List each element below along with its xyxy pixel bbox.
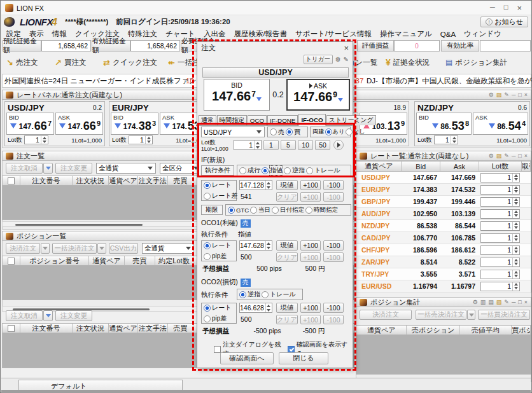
lot-spinner[interactable]: 1: [480, 258, 520, 267]
pair-select[interactable]: USD/JPY: [201, 127, 265, 137]
tab-streaming[interactable]: ストリーミング: [326, 115, 376, 125]
design-icon[interactable]: ▨: [496, 153, 502, 159]
lot-spinner[interactable]: 1: [480, 185, 520, 195]
today-radio[interactable]: [250, 207, 257, 214]
maximize-icon[interactable]: □: [518, 299, 521, 305]
lot-spinner[interactable]: 1: [480, 197, 520, 207]
menu-item-qa[interactable]: Q&A: [440, 31, 456, 38]
close-icon[interactable]: ×: [344, 43, 349, 53]
design-icon[interactable]: ▨: [496, 299, 502, 305]
order-modify-button[interactable]: 注文変更: [55, 163, 92, 174]
rate-row[interactable]: AUD/JPY102.950103.1391: [356, 208, 531, 220]
summary-batch-buy-button[interactable]: 一括買決済注文: [478, 310, 530, 320]
bid-button[interactable]: BID 86.538: [416, 113, 472, 135]
pin-icon[interactable]: ✎: [344, 56, 349, 63]
tab-oco[interactable]: OCO: [248, 115, 267, 125]
order-cancel-dropdown[interactable]: [43, 310, 53, 321]
positions-filter-select[interactable]: 全通貨: [142, 243, 194, 254]
rate-row[interactable]: EUR/USD1.167941.167971: [356, 280, 531, 293]
close-icon[interactable]: ×: [524, 299, 528, 305]
plus100-button[interactable]: +100: [300, 303, 321, 313]
clear-button[interactable]: クリア: [276, 252, 298, 262]
plus100-button-disabled[interactable]: +100: [300, 192, 321, 202]
minimize-icon[interactable]: ─: [512, 299, 515, 305]
lot-spinner[interactable]: 1: [480, 233, 520, 243]
lot-more-button[interactable]: [333, 140, 344, 150]
select-all-checkbox[interactable]: [8, 325, 15, 332]
filter-type-select[interactable]: 全区分: [160, 163, 202, 174]
quick-order-button[interactable]: ⇄ クイック注文: [100, 55, 160, 69]
gear-icon[interactable]: ⚙: [489, 153, 494, 159]
filter-pair-select[interactable]: 全通貨: [96, 163, 156, 174]
batch-close-dropdown[interactable]: [97, 243, 106, 254]
maximize-icon[interactable]: □: [504, 3, 508, 13]
trail-radio[interactable]: [262, 291, 269, 298]
lot-spinner[interactable]: 1: [480, 221, 520, 231]
minimize-icon[interactable]: ─: [490, 3, 495, 13]
batch-close-button[interactable]: 一括決済注文: [52, 243, 97, 254]
date-radio[interactable]: [272, 207, 279, 214]
menu-item-special-order[interactable]: 特殊注文: [128, 29, 157, 39]
bid-button[interactable]: BID 147.667: [6, 113, 54, 135]
keep-dialog-checkbox[interactable]: [214, 346, 221, 353]
plus100-button[interactable]: +100: [300, 180, 321, 190]
show-confirm-checkbox[interactable]: [288, 346, 295, 353]
pencil-icon[interactable]: ✎: [504, 153, 509, 159]
tab-time[interactable]: 時間指定: [217, 115, 247, 125]
lot-spinner[interactable]: 1: [480, 282, 520, 291]
current-rate-button[interactable]: 現値: [276, 180, 298, 190]
lot-spinner[interactable]: 1: [480, 173, 520, 183]
lot-spinner[interactable]: 1: [129, 135, 153, 144]
select-all-checkbox[interactable]: [8, 177, 15, 184]
rate-radio[interactable]: [204, 242, 211, 249]
rate-row[interactable]: USD/JPY147.667147.6691: [356, 172, 531, 184]
rate-radio[interactable]: [204, 182, 211, 189]
current-rate-button[interactable]: 現値: [276, 240, 298, 251]
dialog-ask-button[interactable]: ASK 147.669: [286, 79, 350, 111]
docs-icon[interactable]: ▥: [480, 299, 486, 305]
pencil-icon[interactable]: ✎: [504, 92, 509, 98]
bid-button[interactable]: BID 174.383: [111, 113, 158, 135]
minus100-button[interactable]: -100: [323, 303, 344, 313]
order-cancel-button[interactable]: 注文取消: [6, 163, 43, 174]
ask-button[interactable]: ASK 86.544: [473, 113, 528, 135]
lot-spinner[interactable]: 1: [480, 209, 520, 219]
position-summary-button[interactable]: ▤ ポジション集計: [442, 55, 510, 69]
tab-ifdone[interactable]: IF-DONE: [267, 115, 298, 125]
current-rate-button[interactable]: 現値: [276, 303, 298, 313]
rate-row[interactable]: CHF/JPY186.596186.6121: [356, 244, 531, 256]
order-cancel-button[interactable]: 注文取消: [6, 310, 43, 321]
minus100-button-disabled[interactable]: -100: [323, 315, 344, 324]
buy-radio[interactable]: [286, 128, 293, 135]
buy-order-button[interactable]: ↗ 買注文: [52, 55, 89, 69]
menu-item-window[interactable]: ウィンドウ: [464, 29, 501, 39]
rate-row[interactable]: ZAR/JPY8.5148.5221: [356, 256, 531, 268]
menu-item-history[interactable]: 履歴検索/報告書: [234, 29, 287, 39]
clear-button[interactable]: クリア: [276, 192, 298, 202]
rate-row[interactable]: GBP/JPY199.437199.4461: [356, 196, 531, 208]
notice-button[interactable]: ! お知らせ: [480, 17, 528, 27]
pip-diff-radio[interactable]: [204, 253, 211, 260]
gear-icon[interactable]: ⚙: [473, 299, 478, 305]
plus100-button-disabled[interactable]: +100: [300, 315, 321, 324]
margin-status-button[interactable]: ¥ 証拠金状況: [382, 55, 433, 69]
gear-icon[interactable]: ⚙: [489, 92, 494, 98]
hedge-no-radio[interactable]: [346, 128, 353, 135]
maximize-icon[interactable]: □: [518, 153, 521, 159]
minus100-button-disabled[interactable]: -100: [323, 252, 344, 262]
clear-button[interactable]: クリア: [276, 315, 298, 324]
if-rate-spinner[interactable]: 147.128: [239, 180, 272, 190]
sell-radio[interactable]: [270, 128, 277, 135]
lot-quick-10[interactable]: 10: [298, 140, 313, 150]
trail-radio[interactable]: [306, 167, 313, 174]
stop-radio[interactable]: [284, 167, 291, 174]
menu-item-info[interactable]: 情報: [52, 29, 67, 39]
gtc-radio[interactable]: [228, 207, 235, 214]
menu-item-manual[interactable]: 操作マニュアル: [380, 29, 432, 39]
rate-row[interactable]: NZD/JPY86.53886.5441: [356, 220, 531, 232]
plus100-button-disabled[interactable]: +100: [300, 252, 321, 262]
csv-export-button[interactable]: CSV出力: [109, 243, 138, 254]
tab-ifoco[interactable]: IF-OCO: [298, 114, 325, 126]
rate-row[interactable]: CAD/JPY106.770106.7851: [356, 232, 531, 244]
lot-spinner[interactable]: 1: [234, 140, 262, 150]
